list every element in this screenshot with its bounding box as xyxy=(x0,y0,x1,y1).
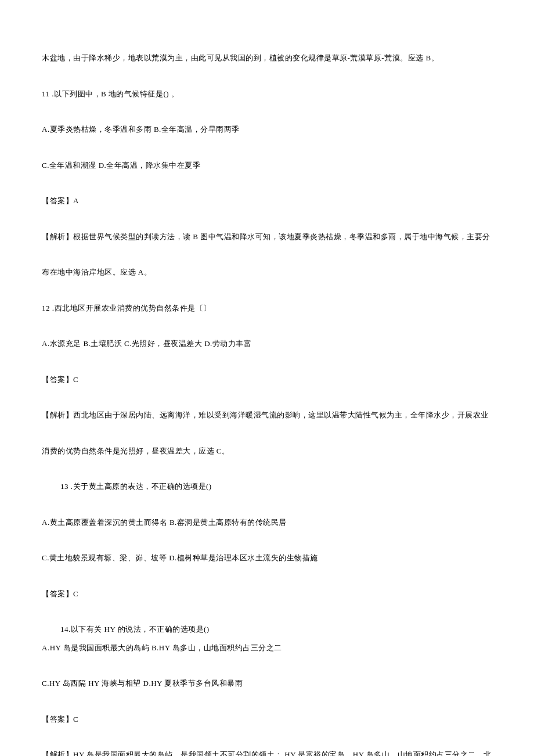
explanation-line: 布在地中海沿岸地区。应选 A。 xyxy=(42,267,492,278)
answer-line: 【答案】C xyxy=(42,714,492,725)
answer-line: 【答案】C xyxy=(42,588,492,600)
explanation-line: 消费的优势自然条件是光照好，昼夜温差大，应选 C。 xyxy=(42,445,492,457)
document-content: 木盆地，由于降水稀少，地表以荒漠为主，由此可见从我国的到，植被的变化规律是草原-… xyxy=(42,52,492,756)
option-line: C.HY 岛西隔 HY 海峡与相望 D.HY 夏秋季节多台风和暴雨 xyxy=(42,678,492,689)
option-line: A.HY 岛是我国面积最大的岛屿 B.HY 岛多山，山地面积约占三分之二 xyxy=(42,642,492,654)
explanation-line: 【解析】HY 岛是我国面积最大的岛屿，是我国领土不可分割的领土； HY 是富裕的… xyxy=(42,749,492,756)
explanation-line: 【解析】根据世界气候类型的判读方法，读 B 图中气温和降水可知，该地夏季炎热枯燥… xyxy=(42,231,492,243)
option-line: A.夏季炎热枯燥，冬季温和多雨 B.全年高温，分旱雨两季 xyxy=(42,124,492,135)
answer-line: 【答案】A xyxy=(42,195,492,207)
explanation-line: 【解析】西北地区由于深居内陆、远离海洋，难以受到海洋暖湿气流的影响，这里以温带大… xyxy=(42,409,492,421)
text-line: 木盆地，由于降水稀少，地表以荒漠为主，由此可见从我国的到，植被的变化规律是草原-… xyxy=(42,52,492,64)
option-line: C.全年温和潮湿 D.全年高温，降水集中在夏季 xyxy=(42,160,492,171)
question-13: 13 .关于黄土高原的表达，不正确的选项是() xyxy=(42,481,492,492)
answer-line: 【答案】C xyxy=(42,374,492,386)
question-11: 11 .以下列图中，B 地的气候特征是() 。 xyxy=(42,88,492,100)
option-line: C.黄土地貌景观有塬、梁、峁、坡等 D.植树种草是治理本区水土流失的生物措施 xyxy=(42,552,492,564)
option-line: A.水源充足 B.土壤肥沃 C.光照好，昼夜温差大 D.劳动力丰富 xyxy=(42,338,492,350)
question-12: 12 .西北地区开展农业消费的优势自然条件是〔〕 xyxy=(42,303,492,314)
option-line: A.黄土高原覆盖着深沉的黄土而得名 B.窑洞是黄土高原特有的传统民居 xyxy=(42,517,492,528)
question-14: 14.以下有关 HY 的说法，不正确的选项是() xyxy=(42,624,492,635)
